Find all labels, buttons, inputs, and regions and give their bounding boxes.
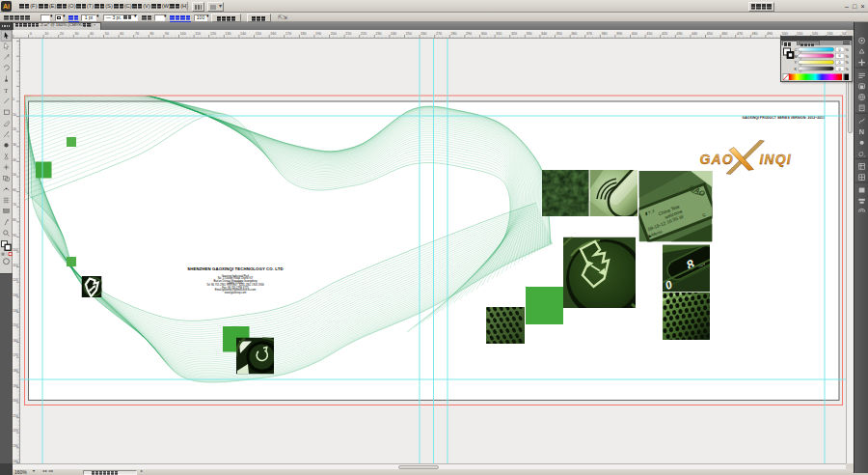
svg-text:430: 430 [677, 32, 683, 36]
svg-text:O,: O, [858, 151, 865, 157]
svg-text:360: 360 [571, 32, 577, 36]
svg-text:30: 30 [13, 143, 16, 147]
svg-text:70: 70 [13, 203, 16, 207]
svg-text:T: T [4, 87, 8, 94]
svg-text:140: 140 [13, 309, 18, 313]
svg-text:K: K [795, 67, 798, 70]
svg-text:20: 20 [13, 127, 16, 131]
svg-text:0: 0 [30, 32, 32, 36]
svg-text:130: 130 [13, 293, 18, 297]
svg-text:Y: Y [795, 61, 798, 65]
svg-text:440: 440 [692, 32, 697, 36]
svg-text:GAOXINQI PRODUCT SERIES VERSIO: GAOXINQI PRODUCT SERIES VERSION: 2012~20… [743, 116, 826, 120]
svg-text:80: 80 [150, 32, 154, 36]
svg-text:200: 200 [13, 399, 18, 403]
svg-text:INQI: INQI [760, 152, 792, 167]
svg-text:170: 170 [285, 32, 291, 36]
svg-text:0: 0 [839, 54, 841, 58]
svg-text:GAO: GAO [700, 152, 734, 167]
svg-text:210: 210 [345, 32, 351, 36]
svg-text:60: 60 [120, 32, 123, 36]
svg-text:90: 90 [13, 234, 16, 238]
svg-text:520: 520 [812, 32, 818, 36]
svg-text:40: 40 [90, 32, 94, 36]
svg-text:100: 100 [180, 32, 186, 36]
svg-text:140: 140 [240, 32, 246, 36]
svg-text:350: 350 [556, 32, 562, 36]
svg-text:80: 80 [13, 218, 16, 222]
svg-text:240: 240 [13, 460, 18, 463]
svg-text:C: C [795, 48, 798, 52]
svg-text:290: 290 [466, 32, 472, 36]
svg-text:210: 210 [13, 414, 18, 418]
svg-text:490: 490 [767, 32, 773, 36]
svg-text:480: 480 [752, 32, 758, 36]
svg-text:30: 30 [75, 32, 79, 36]
svg-text:130: 130 [226, 32, 231, 36]
svg-text:370: 370 [586, 32, 592, 36]
svg-text:%: % [846, 67, 850, 70]
svg-text:N: N [859, 127, 864, 136]
svg-text:300: 300 [481, 32, 487, 36]
svg-text:310: 310 [496, 32, 502, 36]
svg-text:250: 250 [406, 32, 412, 36]
svg-text:0: 0 [839, 67, 841, 70]
svg-text:M: M [795, 54, 798, 58]
svg-text:320: 320 [511, 32, 517, 36]
svg-text:120: 120 [13, 278, 18, 282]
svg-text:280: 280 [451, 32, 457, 36]
svg-text:160: 160 [270, 32, 276, 36]
svg-text:400: 400 [632, 32, 637, 36]
svg-text:120: 120 [210, 32, 216, 36]
svg-text:230: 230 [376, 32, 382, 36]
svg-text:330: 330 [527, 32, 532, 36]
svg-text:90: 90 [165, 32, 169, 36]
svg-text:60: 60 [13, 188, 16, 192]
svg-text:200: 200 [331, 32, 337, 36]
svg-text:380: 380 [602, 32, 608, 36]
svg-text:www.gaoxinqi.com: www.gaoxinqi.com [225, 291, 247, 294]
svg-text:340: 340 [541, 32, 547, 36]
svg-text:0: 0 [13, 98, 14, 101]
svg-text:110: 110 [13, 264, 18, 267]
svg-text:180: 180 [13, 369, 18, 373]
svg-text:150: 150 [13, 323, 18, 327]
svg-text:470: 470 [737, 32, 743, 36]
svg-text:230: 230 [13, 444, 18, 448]
svg-text:%: % [846, 54, 850, 58]
svg-text:10: 10 [13, 113, 16, 117]
svg-text:110: 110 [195, 32, 201, 36]
svg-text:510: 510 [797, 32, 802, 36]
svg-text:%: % [846, 61, 850, 65]
svg-text:500: 500 [782, 32, 788, 36]
svg-text:220: 220 [361, 32, 366, 36]
svg-text:420: 420 [662, 32, 667, 36]
svg-text:390: 390 [616, 32, 622, 36]
svg-text:530: 530 [827, 32, 833, 36]
svg-text:50: 50 [105, 32, 109, 36]
svg-text:20: 20 [60, 32, 64, 36]
svg-text:460: 460 [721, 32, 727, 36]
svg-text:450: 450 [707, 32, 713, 36]
svg-text:540: 540 [842, 32, 846, 36]
svg-text:170: 170 [13, 353, 18, 357]
svg-text:160: 160 [13, 339, 18, 343]
svg-text:40: 40 [13, 158, 16, 162]
svg-text:150: 150 [256, 32, 261, 36]
svg-text:100: 100 [13, 248, 18, 252]
svg-text:50: 50 [13, 173, 16, 177]
svg-text:0: 0 [839, 47, 841, 51]
svg-text:220: 220 [13, 429, 18, 433]
svg-text:410: 410 [646, 32, 652, 36]
svg-text:10: 10 [44, 32, 48, 36]
svg-text:190: 190 [13, 384, 18, 388]
svg-text:SHENZHEN GAOXINQI TECHNOLOGY C: SHENZHEN GAOXINQI TECHNOLOGY CO. LTD [187, 266, 283, 271]
svg-text:240: 240 [391, 32, 396, 36]
svg-text:70: 70 [135, 32, 139, 36]
svg-text:190: 190 [315, 32, 321, 36]
svg-text:%: % [846, 47, 850, 51]
svg-text:260: 260 [420, 32, 426, 36]
svg-text:0: 0 [839, 60, 841, 64]
svg-text:270: 270 [436, 32, 442, 36]
svg-text:180: 180 [301, 32, 307, 36]
